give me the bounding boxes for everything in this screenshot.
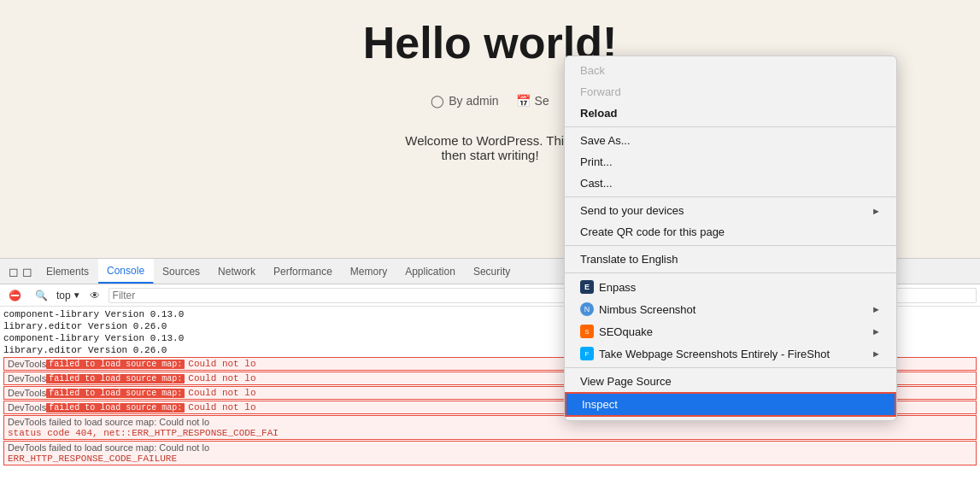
post-date: 📅 Se — [516, 94, 549, 108]
enpass-icon: E — [580, 280, 594, 294]
menu-item-view-source[interactable]: View Page Source — [565, 371, 896, 392]
devtools-icon-bar: ◻ ◻ — [3, 265, 38, 278]
tab-network[interactable]: Network — [209, 259, 265, 284]
menu-divider — [565, 245, 896, 246]
menu-divider — [565, 126, 896, 127]
menu-divider — [565, 196, 896, 197]
menu-item-reload[interactable]: Reload — [565, 102, 896, 124]
seoquake-icon: S — [580, 325, 594, 338]
console-error-multiline: DevTools failed to load source map: Coul… — [3, 441, 977, 465]
post-author: ◯ By admin — [431, 94, 498, 108]
clear-console-button[interactable]: ⛔ — [3, 288, 26, 303]
menu-item-nimbus[interactable]: N Nimbus Screenshot ► — [565, 298, 896, 320]
dropdown-arrow-icon[interactable]: ▼ — [73, 290, 81, 300]
person-icon: ◯ — [431, 94, 444, 108]
nimbus-icon: N — [580, 302, 594, 316]
menu-item-seoquake[interactable]: S SEOquake ► — [565, 320, 896, 342]
post-meta: ◯ By admin 📅 Se — [431, 94, 549, 108]
devtools-icon-2[interactable]: ◻ — [22, 265, 32, 278]
context-menu: Back Forward Reload Save As... Print... … — [564, 56, 897, 421]
menu-item-enpass[interactable]: E Enpass — [565, 276, 896, 298]
arrow-icon: ► — [871, 304, 881, 314]
tab-sources[interactable]: Sources — [154, 259, 209, 284]
tab-memory[interactable]: Memory — [342, 259, 396, 284]
top-label: top ▼ — [56, 290, 81, 301]
calendar-icon: 📅 — [516, 94, 531, 108]
tab-security[interactable]: Security — [465, 259, 519, 284]
menu-item-translate[interactable]: Translate to English — [565, 249, 896, 270]
arrow-icon: ► — [871, 326, 881, 337]
arrow-icon: ► — [871, 348, 881, 359]
menu-item-print[interactable]: Print... — [565, 151, 896, 173]
menu-divider — [565, 272, 896, 273]
menu-divider — [565, 367, 896, 368]
fireshot-icon: F — [580, 347, 594, 360]
filter-button[interactable]: 🔍 — [30, 288, 53, 303]
menu-item-send-to-devices[interactable]: Send to your devices ► — [565, 200, 896, 221]
tab-console[interactable]: Console — [98, 259, 154, 284]
menu-item-forward[interactable]: Forward — [565, 81, 896, 102]
menu-item-fireshot[interactable]: F Take Webpage Screenshots Entirely - Fi… — [565, 342, 896, 365]
devtools-icon-1[interactable]: ◻ — [9, 265, 19, 278]
tab-performance[interactable]: Performance — [265, 259, 342, 284]
tab-application[interactable]: Application — [396, 259, 465, 284]
eye-button[interactable]: 👁 — [85, 288, 105, 303]
menu-item-back[interactable]: Back — [565, 60, 896, 81]
tab-elements[interactable]: Elements — [38, 259, 98, 284]
menu-item-qr-code[interactable]: Create QR code for this page — [565, 221, 896, 243]
arrow-icon: ► — [871, 206, 881, 216]
menu-item-cast[interactable]: Cast... — [565, 173, 896, 194]
menu-item-save-as[interactable]: Save As... — [565, 130, 896, 151]
post-excerpt: Welcome to WordPress. Thi...then start w… — [405, 133, 574, 162]
menu-item-inspect[interactable]: Inspect — [565, 392, 896, 417]
